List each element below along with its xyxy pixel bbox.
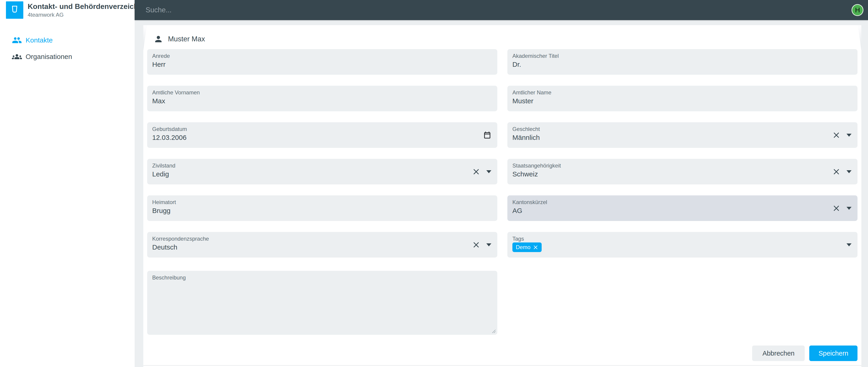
field-label: Tags xyxy=(513,236,524,242)
contact-form-card: Muster Max AnredeHerrAkademischer TitelD… xyxy=(143,25,861,367)
field-amtlicher-name[interactable]: Amtlicher NameMuster xyxy=(507,86,858,111)
sidebar-item-label: Kontakte xyxy=(26,36,53,44)
field-value: Muster xyxy=(513,97,533,105)
field-korrespondenzsprache[interactable]: KorrespondenzspracheDeutsch xyxy=(147,232,497,257)
topbar: Kontakt- und Behördenverzeichnis 4teamwo… xyxy=(0,0,868,20)
form-actions: Abbrechen Speichern xyxy=(147,345,858,361)
card-corner-fold-right xyxy=(858,25,861,50)
tag-chip-label: Demo xyxy=(516,244,530,250)
field-label: Amtlicher Name xyxy=(513,89,552,96)
field-anrede[interactable]: AnredeHerr xyxy=(147,49,497,75)
sidebar-item-organisationen[interactable]: Organisationen xyxy=(0,49,134,65)
field-label: Staatsangehörigkeit xyxy=(513,162,561,169)
field-geburtsdatum[interactable]: Geburtsdatum12.03.2006 xyxy=(147,122,497,148)
field-value: Ledig xyxy=(152,170,169,178)
save-button[interactable]: Speichern xyxy=(809,345,858,361)
dropdown-caret-icon[interactable] xyxy=(846,170,851,173)
field-heimatort[interactable]: HeimatortBrugg xyxy=(147,195,497,221)
field-staatsangehoerigkeit[interactable]: StaatsangehörigkeitSchweiz xyxy=(507,159,858,184)
field-value: Max xyxy=(152,97,165,105)
field-label: Korrespondenzsprache xyxy=(152,236,209,242)
dropdown-caret-icon[interactable] xyxy=(486,170,491,173)
field-icons xyxy=(833,159,851,184)
field-value: Dr. xyxy=(513,61,521,68)
card-corner-fold-left xyxy=(143,25,147,50)
dropdown-caret-icon[interactable] xyxy=(486,243,491,246)
dropdown-caret-icon[interactable] xyxy=(846,243,851,246)
field-value: Brugg xyxy=(152,207,170,215)
field-value: Deutsch xyxy=(152,243,177,251)
people-icon xyxy=(12,35,22,45)
calendar-picker-icon[interactable] xyxy=(483,131,491,139)
field-kantonskuerzel[interactable]: KantonskürzelAG xyxy=(507,195,858,221)
field-label: Heimatort xyxy=(152,199,176,206)
field-value: 12.03.2006 xyxy=(152,134,186,142)
sidebar: KontakteOrganisationen xyxy=(0,20,134,367)
searchbar: H xyxy=(134,0,868,20)
bucket-icon xyxy=(9,5,20,16)
field-tags[interactable]: TagsDemo xyxy=(507,232,858,257)
field-geschlecht[interactable]: GeschlechtMännlich xyxy=(507,122,858,148)
field-value: Herr xyxy=(152,61,165,68)
chip-remove-icon[interactable] xyxy=(533,245,538,250)
brand-text: Kontakt- und Behördenverzeichnis 4teamwo… xyxy=(28,2,149,18)
clear-button[interactable] xyxy=(833,205,840,212)
field-value: Männlich xyxy=(513,134,540,142)
cancel-button[interactable]: Abbrechen xyxy=(752,345,805,361)
field-akademischer-titel[interactable]: Akademischer TitelDr. xyxy=(507,49,858,75)
search-input[interactable] xyxy=(146,6,851,14)
dropdown-caret-icon[interactable] xyxy=(846,134,851,136)
field-icons xyxy=(846,232,851,257)
field-icons xyxy=(833,195,851,221)
sidebar-item-label: Organisationen xyxy=(26,53,72,61)
field-label: Kantonskürzel xyxy=(513,199,547,206)
app-brand: Kontakt- und Behördenverzeichnis 4teamwo… xyxy=(0,0,134,20)
card-header: Muster Max xyxy=(147,25,858,44)
field-label: Beschreibung xyxy=(152,274,186,281)
form-grid: AnredeHerrAkademischer TitelDr.Amtliche … xyxy=(147,49,858,335)
section-divider xyxy=(143,365,861,366)
person-icon xyxy=(154,34,163,44)
main-content: Muster Max AnredeHerrAkademischer TitelD… xyxy=(134,20,868,367)
field-icons xyxy=(833,122,851,148)
app-subtitle: 4teamwork AG xyxy=(28,11,149,18)
groups-icon xyxy=(12,52,22,62)
field-icons xyxy=(472,232,491,257)
field-label: Amtliche Vornamen xyxy=(152,89,200,96)
field-label: Geburtsdatum xyxy=(152,126,187,132)
shell: KontakteOrganisationen Muster Max Anrede… xyxy=(0,20,868,367)
field-icons xyxy=(472,159,491,184)
field-zivilstand[interactable]: ZivilstandLedig xyxy=(147,159,497,184)
field-value: AG xyxy=(513,207,522,215)
field-label: Akademischer Titel xyxy=(513,53,559,59)
tag-chip[interactable]: Demo xyxy=(513,242,541,252)
clear-button[interactable] xyxy=(833,168,840,176)
field-amtliche-vornamen[interactable]: Amtliche VornamenMax xyxy=(147,86,497,111)
tag-chips: Demo xyxy=(513,242,541,252)
dropdown-caret-icon[interactable] xyxy=(846,207,851,210)
resize-handle-icon[interactable] xyxy=(491,329,496,334)
app-logo xyxy=(6,1,23,19)
field-value: Schweiz xyxy=(513,170,538,178)
clear-button[interactable] xyxy=(833,131,840,139)
sidebar-item-kontakte[interactable]: Kontakte xyxy=(0,32,134,49)
field-icons xyxy=(483,122,491,148)
app-title: Kontakt- und Behördenverzeichnis xyxy=(28,2,149,11)
field-label: Geschlecht xyxy=(513,126,540,132)
field-label: Anrede xyxy=(152,53,170,59)
clear-button[interactable] xyxy=(472,241,480,249)
clear-button[interactable] xyxy=(472,168,480,176)
field-label: Zivilstand xyxy=(152,162,175,169)
card-inner: Muster Max AnredeHerrAkademischer TitelD… xyxy=(147,25,858,361)
page-title: Muster Max xyxy=(168,35,205,43)
field-beschreibung[interactable]: Beschreibung xyxy=(147,271,497,335)
user-avatar[interactable]: H xyxy=(851,4,863,16)
